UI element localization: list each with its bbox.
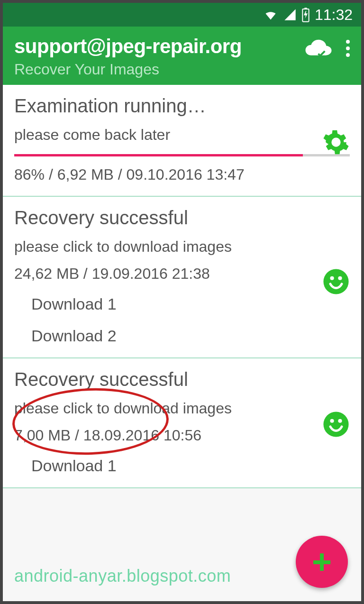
- device-frame: 11:32 support@jpeg-repair.org Recover Yo…: [0, 0, 364, 604]
- item-subtitle: please come back later: [14, 126, 350, 144]
- fab-add-button[interactable]: +: [296, 536, 348, 588]
- plus-icon: +: [312, 545, 332, 579]
- app-bar: support@jpeg-repair.org Recover Your Ima…: [3, 27, 361, 85]
- smile-icon: [322, 411, 350, 438]
- watermark-text: android-anyar.blogspot.com: [14, 566, 231, 586]
- svg-point-3: [330, 276, 334, 280]
- item-subtitle: please click to download images: [14, 400, 350, 417]
- item-meta: 86% / 6,92 MB / 09.10.2016 13:47: [14, 166, 350, 183]
- download-link[interactable]: Download 2: [31, 327, 350, 345]
- gear-icon[interactable]: [322, 128, 350, 156]
- svg-point-6: [330, 419, 334, 423]
- download-links: Download 1: [14, 457, 350, 475]
- recovery-item-success[interactable]: Recovery successful please click to down…: [3, 358, 361, 488]
- item-meta: 24,62 MB / 19.09.2016 21:38: [14, 265, 350, 283]
- status-time: 11:32: [315, 6, 353, 24]
- app-title: support@jpeg-repair.org: [14, 35, 242, 58]
- progress-bar: [14, 154, 350, 156]
- app-bar-titles: support@jpeg-repair.org Recover Your Ima…: [14, 35, 242, 78]
- svg-point-7: [338, 419, 342, 423]
- wifi-icon: [263, 8, 279, 21]
- status-icons: 11:32: [263, 6, 353, 24]
- item-meta: 7,00 MB / 18.09.2016 10:56: [14, 427, 350, 444]
- download-link[interactable]: Download 1: [31, 457, 350, 475]
- svg-rect-1: [304, 8, 307, 9]
- item-title: Examination running…: [14, 95, 350, 117]
- app-subtitle: Recover Your Images: [14, 61, 242, 78]
- recovery-item-success[interactable]: Recovery successful please click to down…: [3, 197, 361, 358]
- recovery-item-running[interactable]: Examination running… please come back la…: [3, 85, 361, 197]
- download-links: Download 1 Download 2: [14, 295, 350, 345]
- battery-charging-icon: [301, 7, 310, 22]
- item-title: Recovery successful: [14, 369, 350, 390]
- item-title: Recovery successful: [14, 207, 350, 229]
- svg-point-5: [323, 412, 348, 437]
- cloud-check-icon[interactable]: [304, 38, 333, 59]
- smile-icon: [322, 268, 350, 295]
- svg-point-4: [338, 276, 342, 280]
- download-link[interactable]: Download 1: [31, 295, 350, 313]
- item-subtitle: please click to download images: [14, 238, 350, 256]
- recovery-list: Examination running… please come back la…: [3, 85, 361, 488]
- signal-icon: [283, 8, 297, 21]
- status-bar: 11:32: [3, 3, 361, 27]
- overflow-menu-icon[interactable]: [346, 40, 350, 44]
- app-bar-actions: [304, 35, 350, 59]
- progress-fill: [14, 154, 303, 156]
- svg-point-2: [323, 269, 348, 294]
